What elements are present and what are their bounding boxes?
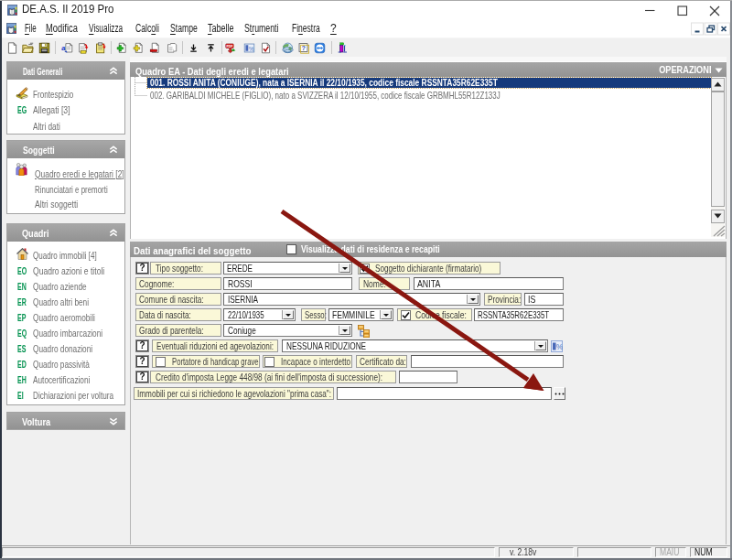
svg-text:a: a: [61, 43, 66, 52]
svg-text:%: %: [556, 342, 563, 351]
svg-text:?: ?: [301, 44, 306, 52]
svg-text:%: %: [248, 46, 253, 52]
svg-text:PDF: PDF: [227, 45, 233, 48]
